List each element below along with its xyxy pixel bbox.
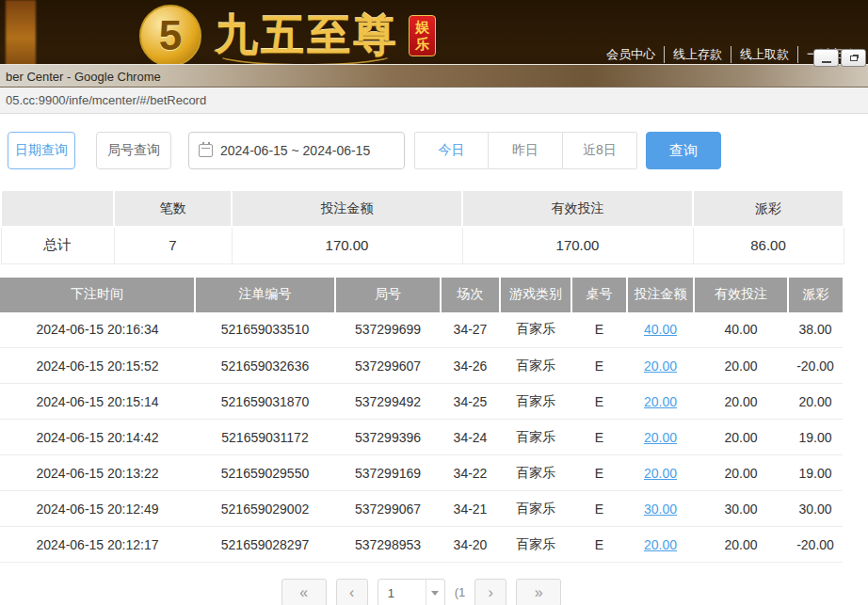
round-id: 537299067 (335, 491, 441, 527)
bet-time: 2024-06-15 20:15:14 (0, 384, 195, 420)
window-controls (813, 49, 866, 67)
summary-header-row: 笔数 投注金额 有效投注 派彩 (1, 190, 844, 227)
bet-amount-link[interactable]: 30.00 (644, 502, 677, 517)
bet-amount-link[interactable]: 20.00 (644, 466, 677, 481)
restore-button[interactable] (841, 49, 866, 67)
bet-id: 521659031870 (195, 384, 335, 420)
summary-payout-value: 86.00 (693, 227, 844, 263)
game-type: 百家乐 (500, 455, 571, 491)
search-button[interactable]: 查询 (646, 132, 721, 169)
session-cell: 34-21 (441, 491, 500, 527)
page-select-value: 1 (378, 586, 426, 600)
last-page-button[interactable]: » (516, 579, 561, 605)
game-type: 百家乐 (500, 312, 571, 348)
summary-valid-bet-value: 170.00 (462, 227, 693, 263)
payout: 20.00 (788, 384, 843, 420)
round-id: 537299169 (335, 455, 441, 491)
bet-amount-link[interactable]: 20.00 (644, 394, 677, 409)
date-range-input[interactable]: 2024-06-15 ~ 2024-06-15 (188, 132, 405, 169)
table-no: E (571, 455, 627, 491)
session-cell: 34-20 (441, 527, 500, 563)
table-row: 2024-06-15 20:15:52521659032636537299607… (0, 348, 843, 384)
bet-id: 521659029550 (195, 455, 335, 491)
table-no: E (571, 384, 627, 420)
session-cell: 34-24 (441, 420, 500, 455)
today-button[interactable]: 今日 (414, 132, 489, 169)
valid-bet: 20.00 (694, 348, 788, 384)
bet-column-header: 场次 (441, 278, 500, 312)
bet-time: 2024-06-15 20:15:52 (0, 348, 195, 384)
bet-amount-cell[interactable]: 20.00 (627, 420, 694, 455)
last-8-days-button[interactable]: 近8日 (563, 132, 637, 169)
restore-icon (850, 56, 858, 61)
game-type: 百家乐 (500, 348, 571, 384)
bet-id: 521659029002 (195, 491, 335, 527)
summary-header-payout: 派彩 (693, 190, 844, 227)
payout: -20.00 (788, 348, 843, 384)
page-info-text: (1 (455, 579, 466, 605)
logo-badge-top: 娱 (415, 19, 429, 36)
bet-column-header: 注单编号 (195, 278, 335, 312)
popup-window: ber Center - Google Chrome 05.cc:9900/in… (0, 49, 868, 605)
table-row: 2024-06-15 20:12:17521659028297537298953… (0, 527, 843, 563)
prev-page-button[interactable]: ‹ (336, 579, 368, 605)
game-type: 百家乐 (500, 527, 571, 563)
bet-time: 2024-06-15 20:12:49 (0, 491, 195, 527)
bet-amount-link[interactable]: 40.00 (644, 322, 677, 337)
bet-amount-link[interactable]: 20.00 (644, 358, 677, 374)
payout: 38.00 (788, 312, 843, 348)
payout: 19.00 (788, 420, 843, 455)
bet-column-header: 投注金额 (627, 278, 694, 312)
quick-date-group: 今日 昨日 近8日 (414, 132, 637, 169)
url-text: 05.cc:9900/infe/mcenter/#/betRecord (6, 93, 206, 107)
valid-bet: 30.00 (694, 491, 788, 527)
summary-header-bet-amount: 投注金额 (232, 190, 462, 227)
pagination: « ‹ 1 (1 › » (0, 579, 843, 605)
yesterday-button[interactable]: 昨日 (489, 132, 563, 169)
table-no: E (571, 527, 627, 563)
page-select[interactable]: 1 (378, 579, 445, 605)
valid-bet: 20.00 (694, 455, 788, 491)
window-titlebar[interactable]: ber Center - Google Chrome (0, 64, 868, 88)
calendar-icon (199, 144, 213, 157)
valid-bet: 20.00 (694, 384, 788, 420)
round-id: 537298953 (335, 527, 441, 563)
summary-count-value: 7 (114, 227, 232, 263)
bet-table-header-row: 下注时间注单编号局号场次游戏类别桌号投注金额有效投注派彩 (0, 278, 843, 312)
summary-header-count: 笔数 (114, 190, 232, 227)
payout: -20.00 (788, 527, 843, 563)
minimize-button[interactable] (813, 49, 839, 67)
bet-column-header: 桌号 (571, 278, 627, 312)
bet-amount-cell[interactable]: 20.00 (627, 348, 694, 384)
bet-table-body: 2024-06-15 20:16:34521659033510537299699… (0, 312, 843, 563)
next-page-button[interactable]: › (474, 579, 506, 605)
bet-amount-cell[interactable]: 20.00 (627, 527, 694, 563)
game-type: 百家乐 (500, 420, 571, 455)
bet-column-header: 游戏类别 (500, 278, 571, 312)
url-bar[interactable]: 05.cc:9900/infe/mcenter/#/betRecord (0, 88, 868, 114)
summary-header-empty (1, 190, 114, 227)
bet-amount-cell[interactable]: 30.00 (627, 491, 694, 527)
bet-amount-link[interactable]: 20.00 (644, 430, 677, 445)
bet-time: 2024-06-15 20:14:42 (0, 420, 195, 455)
bet-column-header: 下注时间 (0, 278, 195, 312)
round-query-button[interactable]: 局号查询 (96, 132, 171, 169)
table-no: E (571, 348, 627, 384)
summary-header-valid-bet: 有效投注 (462, 190, 693, 227)
bet-amount-cell[interactable]: 20.00 (627, 384, 694, 420)
valid-bet: 20.00 (694, 420, 788, 455)
summary-table: 笔数 投注金额 有效投注 派彩 总计 7 170.00 170.00 86.00 (0, 189, 844, 264)
date-query-button[interactable]: 日期查询 (8, 132, 75, 169)
bet-column-header: 派彩 (788, 278, 843, 312)
bet-amount-cell[interactable]: 20.00 (627, 455, 694, 491)
first-page-button[interactable]: « (281, 579, 327, 605)
round-id: 537299492 (335, 384, 441, 420)
bet-amount-cell[interactable]: 40.00 (627, 312, 694, 348)
summary-total-label: 总计 (1, 227, 114, 263)
bet-amount-link[interactable]: 20.00 (644, 537, 677, 552)
chevron-down-icon (431, 591, 439, 596)
summary-total-row: 总计 7 170.00 170.00 86.00 (1, 227, 844, 263)
table-row: 2024-06-15 20:13:22521659029550537299169… (0, 455, 843, 491)
bet-time: 2024-06-15 20:16:34 (0, 312, 195, 348)
session-cell: 34-25 (441, 384, 500, 420)
